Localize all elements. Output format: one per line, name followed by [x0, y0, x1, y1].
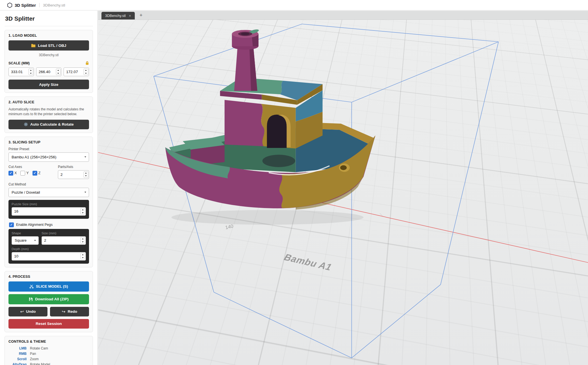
stepper-up-icon — [82, 238, 84, 239]
cut-method-label: Cut Method — [8, 182, 89, 186]
stepper-up-icon — [57, 70, 59, 71]
puzzle-size-label: Puzzle Size (mm) — [12, 202, 86, 206]
save-disk-icon — [29, 297, 33, 301]
redo-button[interactable]: ↪ Redo — [50, 307, 89, 316]
cut-axis-z-checkbox[interactable] — [32, 171, 37, 176]
cut-axis-x-checkbox[interactable] — [8, 171, 13, 176]
sidebar-title: 3D Splitter — [5, 11, 93, 26]
download-all-label: Download All (ZIP) — [35, 297, 69, 301]
stepper-up-icon — [85, 172, 87, 174]
chevron-down-icon — [34, 240, 36, 241]
controls-theme-section-title: CONTROLS & THEME — [8, 340, 89, 344]
load-model-section: 1. LOAD MODEL Load STL / OBJ 3DBenchy.st… — [5, 30, 93, 93]
shortcut-action: Zoom — [30, 357, 39, 361]
stepper-up-icon — [30, 70, 32, 71]
benchy-hawse-hole — [340, 165, 347, 170]
scale-z-stepper[interactable] — [84, 69, 88, 75]
peg-size-input[interactable] — [42, 236, 86, 245]
reset-session-label: Reset Session — [36, 322, 62, 326]
shortcut-key: Alt+Drag — [8, 362, 27, 365]
slice-model-label: SLICE MODEL (S) — [36, 284, 68, 288]
stepper-down-icon — [82, 241, 84, 242]
auto-calculate-rotate-label: Auto Calculate & Rotate — [30, 122, 74, 126]
stepper-down-icon — [30, 73, 32, 74]
puzzle-size-input[interactable] — [12, 207, 86, 216]
scale-lock-icon[interactable] — [85, 61, 89, 65]
redo-icon: ↪ — [62, 309, 66, 314]
scissors-icon — [29, 284, 34, 288]
printer-plate-label: Bambu A1 — [282, 252, 334, 272]
printer-preset-label: Printer Preset — [8, 147, 89, 151]
stepper-down-icon — [85, 175, 87, 176]
undo-icon: ↩ — [20, 309, 24, 314]
add-tab-button[interactable]: + — [138, 12, 144, 19]
alignment-pegs-checkbox[interactable] — [9, 222, 14, 227]
chevron-down-icon — [84, 156, 86, 158]
folder-icon — [31, 43, 36, 47]
peg-depth-input[interactable] — [12, 252, 86, 261]
app-title: 3D Splitter — [15, 3, 36, 8]
topbar-filename: 3DBenchy.stl — [43, 3, 65, 7]
apply-size-button[interactable]: Apply Size — [8, 80, 89, 89]
tab-close-icon[interactable]: × — [129, 14, 131, 18]
reset-session-button[interactable]: Reset Session — [8, 319, 89, 329]
redo-label: Redo — [68, 309, 77, 314]
tab-3dbenchy[interactable]: 3DBenchy.stl × — [101, 12, 135, 19]
loaded-file-name: 3DBenchy.stl — [8, 53, 89, 57]
shortcut-row: Scroll Zoom — [8, 357, 89, 361]
scale-label: SCALE (MM) — [8, 61, 30, 65]
auto-calculate-rotate-button[interactable]: Auto Calculate & Rotate — [8, 120, 89, 129]
controls-theme-section: CONTROLS & THEME LMB Rotate Cam RMB Pan … — [5, 336, 93, 365]
scale-y-stepper[interactable] — [56, 69, 60, 75]
auto-slice-section: 2. AUTO SLICE Automatically rotates the … — [5, 97, 93, 133]
peg-depth-label: Depth (mm) — [12, 247, 86, 251]
stepper-up-icon — [85, 70, 87, 71]
cut-method-value: Puzzle / Dovetail — [12, 190, 40, 194]
printer-preset-select[interactable]: Bambu A1 (256×256×256) — [8, 152, 89, 162]
auto-slice-description: Automatically rotates the model and calc… — [8, 107, 89, 117]
dimension-label: 140 — [225, 223, 234, 230]
load-stl-obj-button[interactable]: Load STL / OBJ — [8, 40, 89, 51]
stepper-down-icon — [57, 73, 59, 74]
peg-size-stepper[interactable] — [81, 237, 85, 244]
cut-method-select[interactable]: Puzzle / Dovetail — [8, 188, 89, 197]
peg-size-label: Size (mm) — [42, 231, 86, 235]
process-section-title: 4. PROCESS — [8, 275, 89, 279]
stepper-down-icon — [82, 257, 84, 258]
benchy-cabin-front-purple — [225, 100, 264, 146]
peg-shape-label: Shape — [12, 231, 39, 235]
puzzle-size-stepper[interactable] — [81, 208, 85, 215]
cut-axis-y-label: Y — [26, 171, 29, 175]
slicing-setup-section: 3. SLICING SETUP Printer Preset Bambu A1… — [5, 137, 93, 267]
topbar-divider — [39, 3, 40, 7]
load-model-section-title: 1. LOAD MODEL — [8, 34, 89, 38]
model-shadow — [172, 210, 364, 225]
slice-model-button[interactable]: SLICE MODEL (S) — [8, 281, 89, 292]
shortcut-action: Pan — [30, 352, 36, 356]
parts-axis-stepper[interactable] — [84, 171, 88, 178]
parts-axis-label: Parts/Axis — [58, 165, 89, 169]
download-all-button[interactable]: Download All (ZIP) — [8, 294, 89, 304]
shortcut-action: Rotate Cam — [30, 346, 48, 350]
load-stl-obj-label: Load STL / OBJ — [38, 43, 66, 48]
viewport-3d[interactable]: 140 Bambu A1 — [98, 20, 588, 365]
alignment-pegs-label: Enable Alignment Pegs — [16, 223, 53, 227]
undo-button[interactable]: ↩ Undo — [8, 307, 47, 316]
cut-axis-y-checkbox[interactable] — [20, 171, 25, 176]
topbar: 3D Splitter 3DBenchy.stl — [0, 0, 588, 10]
gear-icon — [24, 122, 28, 126]
shortcut-action: Rotate Model — [30, 362, 50, 365]
benchy-model — [165, 29, 376, 209]
viewport-overlay: 140 Bambu A1 — [98, 20, 588, 365]
scale-x-stepper[interactable] — [29, 69, 33, 75]
shortcut-key: RMB — [8, 352, 27, 356]
stepper-down-icon — [82, 212, 84, 213]
peg-shape-select[interactable]: Square — [12, 236, 39, 245]
shortcut-key: LMB — [8, 346, 27, 350]
auto-slice-section-title: 2. AUTO SLICE — [8, 100, 89, 104]
apply-size-label: Apply Size — [39, 82, 58, 87]
undo-label: Undo — [26, 309, 36, 314]
peg-depth-stepper[interactable] — [81, 253, 85, 259]
tab-label: 3DBenchy.stl — [105, 14, 126, 18]
shortcut-key: Scroll — [8, 357, 27, 361]
